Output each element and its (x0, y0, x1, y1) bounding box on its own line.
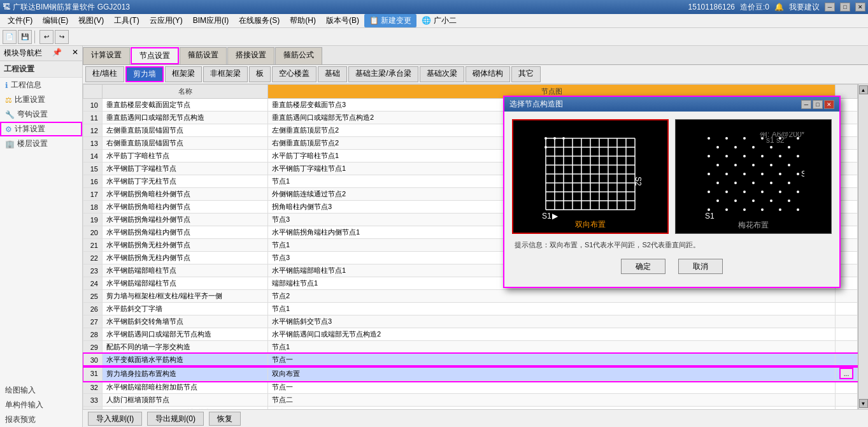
menu-help[interactable]: 帮助(H) (285, 14, 321, 27)
sub-tab-masonry[interactable]: 砌体结构 (466, 66, 510, 82)
sidebar-item-single[interactable]: 单构件输入 (0, 398, 82, 412)
toolbar-new[interactable]: 📄 (3, 30, 17, 44)
dialog-confirm-button[interactable]: 确定 (621, 259, 665, 274)
sub-tab-shear-wall[interactable]: 剪力墙 (125, 66, 164, 82)
menu-view[interactable]: 视图(V) (73, 14, 109, 27)
sidebar-item-project-info[interactable]: ℹ 工程信息 (0, 78, 82, 92)
svg-point-63 (761, 191, 764, 193)
sidebar-item-floor[interactable]: 🏢 楼层设置 (0, 136, 82, 151)
svg-point-48 (788, 164, 790, 166)
svg-point-72 (725, 208, 728, 211)
svg-point-34 (734, 146, 737, 148)
sub-tab-frame-beam[interactable]: 框架梁 (165, 66, 202, 82)
toolbar-undo[interactable]: ↩ (39, 30, 53, 44)
sidebar-label-weight: 比重设置 (15, 94, 45, 105)
menubar: 文件(F) 编辑(E) 视图(V) 工具(T) 云应用(Y) BIM应用(I) … (0, 14, 868, 28)
svg-point-46 (752, 164, 755, 166)
scroll-up-btn[interactable]: ▲ (859, 85, 868, 94)
menu-online[interactable]: 在线服务(S) (234, 14, 285, 27)
option-plum[interactable]: S1 S2 例: A6@200*200 s1 s2 梅花布置 (675, 119, 832, 234)
sub-tab-slab[interactable]: 板 (249, 66, 271, 82)
svg-point-69 (770, 199, 772, 202)
bottom-bar: 导入规则(I) 导出规则(0) 恢复 (83, 409, 868, 427)
row-name: 水平钢筋遇间口或端部无节点构造 (103, 328, 268, 341)
dialog-buttons: 确定 取消 (512, 254, 832, 279)
sidebar-item-draw[interactable]: 绘图输入 (0, 383, 82, 398)
import-rules-button[interactable]: 导入规则(I) (88, 412, 142, 426)
sub-tab-hollow-slab[interactable]: 空心楼盖 (272, 66, 317, 82)
menu-newchange[interactable]: 📋 新建变更 (364, 14, 416, 27)
svg-point-28 (725, 137, 728, 140)
row-num: 33 (83, 394, 103, 407)
row-num: 22 (83, 252, 103, 264)
row-value: 水平钢筋遇间口或端部无节点构造2 (268, 328, 836, 341)
menu-version[interactable]: 版本号(B) (321, 14, 364, 27)
sidebar-close-icon[interactable]: ✕ (72, 48, 78, 59)
svg-point-33 (716, 146, 719, 148)
export-rules-button[interactable]: 导出规则(0) (147, 412, 204, 426)
table-row[interactable]: 28水平钢筋遇间口或端部无节点构造水平钢筋遇间口或端部无节点构造2 (83, 328, 858, 341)
row-num: 16 (83, 175, 103, 188)
dialog-close-btn[interactable]: ✕ (824, 100, 834, 109)
table-row[interactable]: 31剪力墙身拉筋布置构造双向布置... (83, 366, 858, 381)
svg-point-42 (779, 155, 781, 157)
maximize-button[interactable]: □ (840, 3, 850, 11)
sidebar-item-report[interactable]: 报表预览 (0, 412, 82, 427)
row-num: 18 (83, 201, 103, 214)
table-row[interactable]: 30水平变截面墙水平筋构造节点一 (83, 354, 858, 366)
row-value: 节点二 (268, 394, 836, 407)
sidebar-item-calc[interactable]: ⚙ 计算设置 (0, 122, 82, 136)
bell-icon[interactable]: 🔔 (774, 3, 784, 11)
tab-node-settings[interactable]: 节点设置 (131, 47, 179, 64)
menu-cloud[interactable]: 云应用(Y) (145, 14, 188, 27)
row-action[interactable]: ... (836, 366, 858, 381)
svg-point-74 (761, 208, 764, 211)
dialog-maximize-btn[interactable]: □ (813, 100, 823, 109)
sub-tab-foundation-beam[interactable]: 基础主梁/承台梁 (348, 66, 418, 82)
minimize-button[interactable]: ─ (825, 3, 835, 11)
ellipsis-button[interactable]: ... (839, 368, 853, 379)
table-row[interactable]: 26水平筋斜交丁字墙节点1 (83, 303, 858, 315)
svg-point-52 (761, 173, 764, 175)
table-row[interactable]: 29配筋不同的墙一字形交构造节点1 (83, 341, 858, 354)
sidebar-item-hook[interactable]: 🔧 弯钩设置 (0, 107, 82, 122)
menu-edit[interactable]: 编辑(E) (38, 14, 73, 27)
sidebar-pin-icon[interactable]: 📌 (52, 48, 62, 59)
sub-tab-non-frame-beam[interactable]: 非框架梁 (203, 66, 248, 82)
row-num: 26 (83, 303, 103, 315)
row-value: 节点一 (268, 354, 836, 366)
table-row[interactable]: 32水平钢筋端部暗柱附加筋节点节点一 (83, 381, 858, 394)
titlebar-right: 15101186126 造价豆:0 🔔 我要建议 ─ □ ✕ (688, 2, 865, 13)
tab-calc-settings[interactable]: 计算设置 (83, 47, 130, 64)
menu-assistant[interactable]: 🌐 广小二 (416, 14, 461, 27)
sub-tab-foundation[interactable]: 基础 (318, 66, 347, 82)
row-name: 左侧垂直筋顶层锚固节点 (103, 124, 268, 137)
menu-tools[interactable]: 工具(T) (109, 14, 144, 27)
menu-file[interactable]: 文件(F) (3, 14, 38, 27)
svg-point-39 (725, 155, 728, 157)
sub-tab-other[interactable]: 其它 (511, 66, 541, 82)
help-link[interactable]: 我要建议 (789, 2, 820, 13)
toolbar-save[interactable]: 💾 (18, 30, 32, 44)
row-num: 24 (83, 277, 103, 290)
tab-stirrup-formula[interactable]: 箍筋公式 (275, 47, 322, 64)
table-row[interactable]: 27水平钢筋斜交转角墙节点水平钢筋斜交节点3 (83, 315, 858, 328)
menu-bim[interactable]: BIM应用(I) (188, 14, 234, 27)
dialog-cancel-button[interactable]: 取消 (678, 259, 723, 274)
sidebar-item-weight[interactable]: ⚖ 比重设置 (0, 92, 82, 107)
toolbar-redo[interactable]: ↪ (55, 30, 69, 44)
row-name: 垂直筋楼层变截面固定节点 (103, 99, 268, 112)
option1-label: 双向布置 (513, 219, 667, 230)
close-button[interactable]: ✕ (855, 3, 865, 11)
tab-stirrup-settings[interactable]: 箍筋设置 (180, 47, 227, 64)
table-row[interactable]: 33人防门框墙顶部节点节点二 (83, 394, 858, 407)
svg-point-56 (734, 182, 737, 184)
restore-button[interactable]: 恢复 (209, 412, 241, 426)
scroll-down-btn[interactable]: ▼ (859, 399, 868, 408)
sub-tab-foundation-secondary[interactable]: 基础次梁 (420, 66, 464, 82)
table-row[interactable]: 25剪力墙与框架柱/框支柱/端柱平齐一侧节点2 (83, 290, 858, 303)
sub-tab-col-wall[interactable]: 柱/墙柱 (85, 66, 124, 82)
option-bidirectional[interactable]: S1 ▶ S2 双向布置 (512, 119, 669, 234)
tab-lap-settings[interactable]: 搭接设置 (227, 47, 274, 64)
dialog-minimize-btn[interactable]: ─ (801, 100, 811, 109)
